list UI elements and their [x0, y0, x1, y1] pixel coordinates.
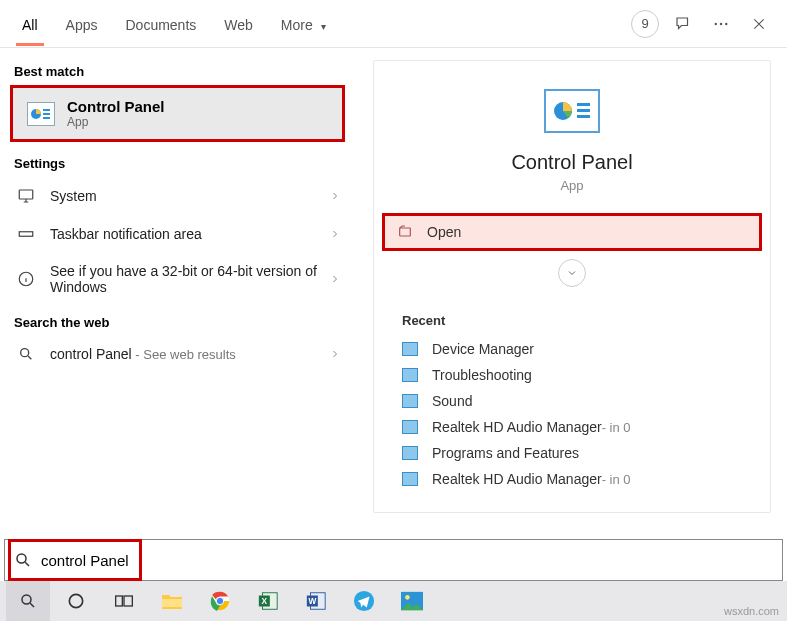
svg-rect-19	[116, 596, 123, 606]
expand-actions-button[interactable]	[558, 259, 586, 287]
settings-item-label: See if you have a 32-bit or 64-bit versi…	[50, 263, 329, 295]
info-icon	[14, 270, 38, 288]
open-icon	[397, 224, 417, 240]
section-best-match: Best match	[0, 54, 355, 85]
recent-item-label: Realtek HD Audio Manager	[432, 471, 602, 487]
svg-rect-14	[577, 115, 590, 118]
svg-rect-6	[43, 117, 50, 119]
recent-item[interactable]: Programs and Features	[374, 440, 770, 466]
svg-rect-15	[400, 228, 411, 236]
app-icon	[402, 472, 418, 486]
svg-rect-21	[162, 599, 182, 607]
settings-item-bitness[interactable]: See if you have a 32-bit or 64-bit versi…	[0, 253, 355, 305]
tab-more[interactable]: More ▾	[267, 3, 340, 45]
svg-point-33	[405, 595, 410, 600]
taskbar-search-button[interactable]	[6, 581, 50, 621]
svg-rect-12	[577, 103, 590, 106]
svg-rect-20	[124, 596, 132, 606]
control-panel-icon	[544, 89, 600, 133]
section-recent: Recent	[374, 295, 770, 336]
taskbar-chrome-icon[interactable]	[198, 581, 242, 621]
results-pane: Best match Control Panel App Settings Sy…	[0, 48, 355, 526]
chevron-right-icon	[329, 190, 341, 202]
best-match-result[interactable]: Control Panel App	[10, 85, 345, 142]
app-icon	[402, 342, 418, 356]
taskbar-telegram-icon[interactable]	[342, 581, 386, 621]
taskbar-excel-icon[interactable]: X	[246, 581, 290, 621]
taskbar-word-icon[interactable]: W	[294, 581, 338, 621]
svg-text:X: X	[262, 597, 268, 606]
settings-item-system[interactable]: System	[0, 177, 355, 215]
more-options-icon[interactable]	[707, 10, 735, 38]
svg-point-18	[69, 594, 82, 607]
taskbar-explorer-icon[interactable]	[150, 581, 194, 621]
taskbar-taskview-button[interactable]	[102, 581, 146, 621]
control-panel-icon	[27, 102, 55, 126]
taskbar-photos-icon[interactable]	[390, 581, 434, 621]
section-search-web: Search the web	[0, 305, 355, 336]
recent-item-label: Programs and Features	[432, 445, 579, 461]
chevron-right-icon	[329, 228, 341, 240]
tab-more-label: More	[281, 17, 313, 33]
monitor-icon	[14, 187, 38, 205]
app-icon	[402, 446, 418, 460]
taskbar: X W	[0, 581, 787, 621]
taskbar-icon	[14, 225, 38, 243]
section-settings: Settings	[0, 146, 355, 177]
app-icon	[402, 394, 418, 408]
svg-rect-8	[19, 232, 33, 237]
recent-item-label: Realtek HD Audio Manager	[432, 419, 602, 435]
search-input[interactable]	[41, 552, 782, 569]
preview-subtitle: App	[560, 178, 583, 193]
svg-point-1	[720, 22, 722, 24]
watermark: wsxdn.com	[724, 605, 779, 617]
search-icon	[14, 346, 38, 362]
app-icon	[402, 420, 418, 434]
svg-point-0	[715, 22, 717, 24]
notifications-badge[interactable]: 9	[631, 10, 659, 38]
preview-title: Control Panel	[511, 151, 632, 174]
tab-web[interactable]: Web	[210, 3, 267, 45]
svg-point-2	[725, 22, 727, 24]
chevron-right-icon	[329, 348, 341, 360]
best-match-subtitle: App	[67, 115, 165, 129]
open-action[interactable]: Open	[382, 213, 762, 251]
search-box[interactable]	[4, 539, 783, 581]
close-icon[interactable]	[745, 10, 773, 38]
open-label: Open	[427, 224, 461, 240]
svg-point-16	[17, 554, 26, 563]
best-match-title: Control Panel	[67, 98, 165, 115]
web-search-label: control Panel - See web results	[50, 346, 329, 362]
web-search-item[interactable]: control Panel - See web results	[0, 336, 355, 372]
preview-pane: Control Panel App Open Recent Device Man…	[355, 48, 787, 526]
recent-item[interactable]: Realtek HD Audio Manager - in 0	[374, 466, 770, 492]
tab-all[interactable]: All	[8, 3, 52, 45]
svg-point-10	[21, 349, 29, 357]
tab-apps[interactable]: Apps	[52, 3, 112, 45]
recent-item-label: Device Manager	[432, 341, 534, 357]
recent-item-suffix: - in 0	[602, 472, 631, 487]
recent-item[interactable]: Troubleshooting	[374, 362, 770, 388]
recent-item-label: Sound	[432, 393, 472, 409]
tab-documents[interactable]: Documents	[111, 3, 210, 45]
svg-rect-13	[577, 109, 590, 112]
recent-item-suffix: - in 0	[602, 420, 631, 435]
app-icon	[402, 368, 418, 382]
svg-text:W: W	[308, 597, 316, 606]
feedback-icon[interactable]	[669, 10, 697, 38]
recent-item[interactable]: Realtek HD Audio Manager - in 0	[374, 414, 770, 440]
svg-point-17	[22, 595, 31, 604]
svg-rect-4	[43, 109, 50, 111]
recent-item[interactable]: Sound	[374, 388, 770, 414]
settings-item-label: Taskbar notification area	[50, 226, 329, 242]
search-icon	[5, 551, 41, 569]
settings-item-label: System	[50, 188, 329, 204]
taskbar-cortana-button[interactable]	[54, 581, 98, 621]
svg-rect-7	[19, 190, 33, 199]
search-tabs-bar: All Apps Documents Web More ▾ 9	[0, 0, 787, 48]
recent-item-label: Troubleshooting	[432, 367, 532, 383]
settings-item-taskbar[interactable]: Taskbar notification area	[0, 215, 355, 253]
svg-rect-5	[43, 113, 50, 115]
chevron-right-icon	[329, 273, 341, 285]
recent-item[interactable]: Device Manager	[374, 336, 770, 362]
